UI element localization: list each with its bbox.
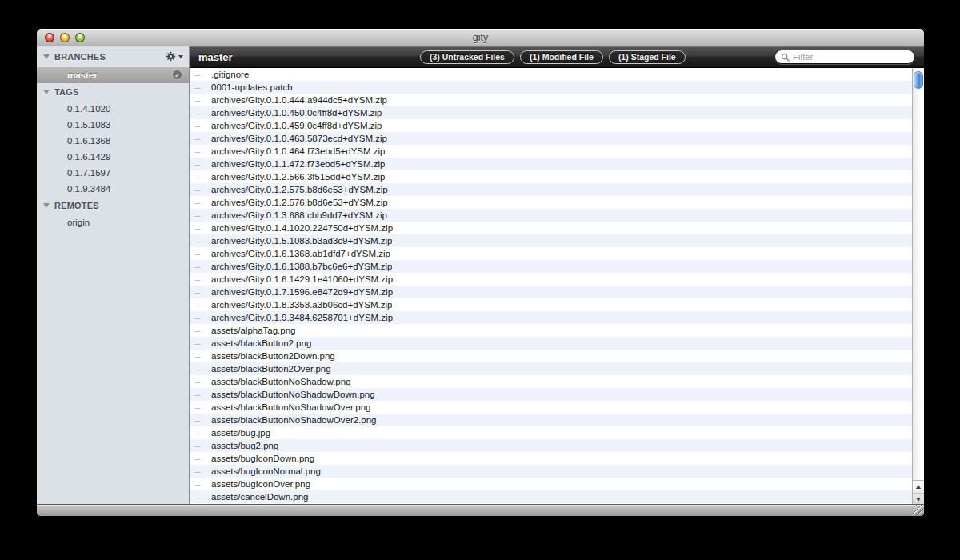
disclosure-triangle-icon bbox=[43, 54, 50, 59]
file-row[interactable]: –archives/Gity.0.1.6.1368.ab1dfd7+dYSM.z… bbox=[190, 247, 924, 260]
file-row[interactable]: –assets/bug2.png bbox=[190, 439, 924, 452]
sidebar-item-label: 0.1.7.1597 bbox=[67, 168, 110, 178]
sidebar-item-label: 0.1.6.1429 bbox=[67, 152, 110, 162]
file-row[interactable]: –assets/blackButtonNoShadow.png bbox=[190, 375, 924, 388]
file-row[interactable]: –archives/Gity.0.1.9.3484.6258701+dYSM.z… bbox=[190, 311, 924, 324]
file-name: archives/Gity.0.1.8.3358.a3b06cd+dYSM.zi… bbox=[206, 300, 392, 310]
sidebar-item-0.1.6.1429[interactable]: 0.1.6.1429 bbox=[37, 149, 189, 165]
staged-file-button[interactable]: (1) Staged File bbox=[609, 50, 686, 64]
file-name: assets/blackButton2Over.png bbox=[206, 364, 331, 374]
sidebar-actions-menu[interactable] bbox=[166, 51, 183, 62]
file-row[interactable]: –assets/alphaTag.png bbox=[190, 324, 924, 337]
file-name: assets/blackButtonNoShadow.png bbox=[206, 377, 351, 386]
sidebar-section-header-remotes[interactable]: REMOTES bbox=[37, 197, 189, 214]
file-row[interactable]: –archives/Gity.0.1.8.3358.a3b06cd+dYSM.z… bbox=[190, 298, 924, 311]
file-status-dash-icon: – bbox=[190, 490, 206, 503]
file-row[interactable]: –assets/bugIconNormal.png bbox=[190, 465, 924, 478]
file-row[interactable]: –assets/blackButton2Over.png bbox=[190, 362, 924, 375]
file-name: archives/Gity.0.1.0.463.5873ecd+dYSM.zip bbox=[206, 134, 387, 143]
main-toolbar: master (3) Untracked Files(1) Modified F… bbox=[190, 46, 924, 68]
sidebar-item-origin[interactable]: origin bbox=[37, 214, 189, 230]
sidebar-sections: BRANCHESmaster✓TAGS0.1.4.10200.1.5.10830… bbox=[37, 46, 189, 230]
file-name: archives/Gity.0.1.0.459.0c4ff8d+dYSM.zip bbox=[206, 121, 382, 130]
file-row[interactable]: –archives/Gity.0.1.2.566.3f515dd+dYSM.zi… bbox=[190, 170, 924, 183]
file-row[interactable]: –0001-updates.patch bbox=[190, 81, 924, 94]
file-status-dash-icon: – bbox=[190, 388, 206, 401]
file-row[interactable]: –archives/Gity.0.1.0.444.a944dc5+dYSM.zi… bbox=[190, 94, 924, 106]
sidebar-item-0.1.4.1020[interactable]: 0.1.4.1020 bbox=[37, 101, 189, 117]
scroll-down-button[interactable] bbox=[913, 493, 924, 504]
vertical-scrollbar[interactable] bbox=[912, 68, 924, 504]
file-name: archives/Gity.0.1.7.1596.e8472d9+dYSM.zi… bbox=[206, 287, 393, 297]
file-row[interactable]: –archives/Gity.0.1.1.472.f73ebd5+dYSM.zi… bbox=[190, 158, 924, 170]
file-row[interactable]: –archives/Gity.0.1.3.688.cbb9dd7+dYSM.zi… bbox=[190, 209, 924, 222]
file-status-dash-icon: – bbox=[190, 414, 206, 426]
file-row[interactable]: –assets/cancelDown.png bbox=[190, 490, 924, 503]
sidebar-item-0.1.9.3484[interactable]: 0.1.9.3484 bbox=[37, 181, 189, 197]
sidebar-item-0.1.5.1083[interactable]: 0.1.5.1083 bbox=[37, 117, 189, 133]
file-row[interactable]: –assets/bugIconDown.png bbox=[190, 452, 924, 465]
sidebar-item-label: origin bbox=[67, 218, 90, 227]
file-name: archives/Gity.0.1.5.1083.b3ad3c9+dYSM.zi… bbox=[206, 236, 392, 246]
file-name: assets/blackButtonNoShadowOver2.png bbox=[206, 415, 376, 425]
file-row[interactable]: –.gitignore bbox=[190, 68, 924, 81]
file-row[interactable]: –archives/Gity.0.1.2.575.b8d6e53+dYSM.zi… bbox=[190, 183, 924, 196]
filter-input[interactable] bbox=[790, 52, 909, 62]
file-status-dash-icon: – bbox=[190, 298, 206, 311]
file-name: assets/cancelDown.png bbox=[206, 492, 308, 502]
sidebar-item-label: 0.1.6.1368 bbox=[67, 136, 110, 146]
file-row[interactable]: –assets/blackButton2Down.png bbox=[190, 350, 924, 362]
file-rows: –.gitignore–0001-updates.patch–archives/… bbox=[190, 68, 924, 504]
file-row[interactable]: –archives/Gity.0.1.7.1596.e8472d9+dYSM.z… bbox=[190, 286, 924, 298]
file-status-dash-icon: – bbox=[190, 439, 206, 452]
resize-grip[interactable] bbox=[913, 505, 923, 515]
file-row[interactable]: –assets/bugIconOver.png bbox=[190, 478, 924, 490]
file-name: assets/blackButtonNoShadowOver.png bbox=[206, 402, 370, 412]
file-status-dash-icon: – bbox=[190, 106, 206, 119]
file-row[interactable]: –assets/blackButtonNoShadowDown.png bbox=[190, 388, 924, 401]
file-row[interactable]: –archives/Gity.0.1.4.1020.224750d+dYSM.z… bbox=[190, 222, 924, 234]
file-name: assets/bug2.png bbox=[206, 441, 278, 450]
file-row[interactable]: –archives/Gity.0.1.0.459.0c4ff8d+dYSM.zi… bbox=[190, 119, 924, 132]
sidebar-item-master[interactable]: master✓ bbox=[37, 67, 189, 83]
file-status-dash-icon: – bbox=[190, 81, 206, 94]
file-status-dash-icon: – bbox=[190, 452, 206, 465]
file-row[interactable]: –assets/bug.jpg bbox=[190, 426, 924, 439]
file-status-dash-icon: – bbox=[190, 286, 206, 298]
file-status-dash-icon: – bbox=[190, 401, 206, 414]
file-row[interactable]: –archives/Gity.0.1.5.1083.b3ad3c9+dYSM.z… bbox=[190, 234, 924, 247]
filter-field[interactable] bbox=[774, 50, 915, 64]
file-row[interactable]: –assets/blackButton2.png bbox=[190, 337, 924, 350]
file-row[interactable]: –archives/Gity.0.1.0.463.5873ecd+dYSM.zi… bbox=[190, 132, 924, 145]
file-row[interactable]: –assets/blackButtonNoShadowOver.png bbox=[190, 401, 924, 414]
scroll-up-button[interactable] bbox=[913, 481, 924, 493]
file-name: archives/Gity.0.1.1.472.f73ebd5+dYSM.zip bbox=[206, 159, 385, 169]
file-name: archives/Gity.0.1.0.450.0c4ff8d+dYSM.zip bbox=[206, 108, 382, 118]
file-name: assets/alphaTag.png bbox=[206, 326, 296, 335]
file-row[interactable]: –archives/Gity.0.1.0.464.f73ebd5+dYSM.zi… bbox=[190, 145, 924, 158]
titlebar[interactable]: gity bbox=[37, 29, 924, 46]
sidebar-item-label: 0.1.4.1020 bbox=[67, 104, 110, 114]
file-row[interactable]: –archives/Gity.0.1.6.1429.1e41060+dYSM.z… bbox=[190, 273, 924, 286]
file-row[interactable]: –archives/Gity.0.1.6.1388.b7bc6e6+dYSM.z… bbox=[190, 260, 924, 273]
file-name: archives/Gity.0.1.2.575.b8d6e53+dYSM.zip bbox=[206, 185, 388, 194]
scrollbar-arrows bbox=[913, 480, 924, 504]
checkmark-badge-icon: ✓ bbox=[172, 70, 182, 80]
file-row[interactable]: –archives/Gity.0.1.2.576.b8d6e53+dYSM.zi… bbox=[190, 196, 924, 209]
file-status-dash-icon: – bbox=[190, 209, 206, 222]
sidebar-item-0.1.7.1597[interactable]: 0.1.7.1597 bbox=[37, 165, 189, 181]
file-row[interactable]: –assets/blackButtonNoShadowOver2.png bbox=[190, 414, 924, 426]
scrollbar-thumb[interactable] bbox=[914, 71, 923, 89]
sidebar-section-header-tags[interactable]: TAGS bbox=[37, 83, 189, 101]
untracked-files-button[interactable]: (3) Untracked Files bbox=[420, 50, 514, 64]
modified-file-button[interactable]: (1) Modified File bbox=[520, 50, 603, 64]
file-name: archives/Gity.0.1.2.566.3f515dd+dYSM.zip bbox=[206, 172, 385, 182]
file-status-dash-icon: – bbox=[190, 145, 206, 158]
sidebar-item-0.1.6.1368[interactable]: 0.1.6.1368 bbox=[37, 133, 189, 149]
chevron-down-icon bbox=[178, 55, 183, 58]
file-status-dash-icon: – bbox=[190, 350, 206, 362]
file-name: archives/Gity.0.1.0.444.a944dc5+dYSM.zip bbox=[206, 95, 387, 105]
file-status-dash-icon: – bbox=[190, 426, 206, 439]
file-row[interactable]: –archives/Gity.0.1.0.450.0c4ff8d+dYSM.zi… bbox=[190, 106, 924, 119]
file-name: archives/Gity.0.1.6.1429.1e41060+dYSM.zi… bbox=[206, 274, 393, 284]
